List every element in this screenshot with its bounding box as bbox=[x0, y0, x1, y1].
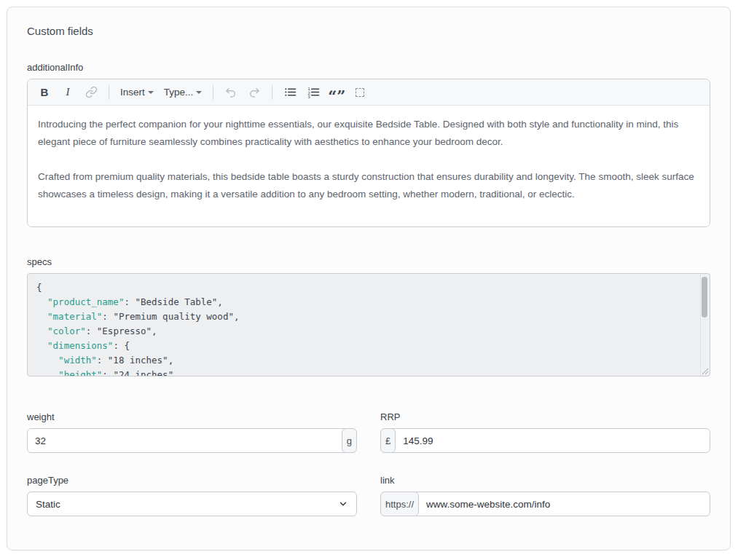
toolbar-separator bbox=[213, 85, 213, 100]
field-specs: specs { "product_name": "Bedside Table",… bbox=[27, 256, 710, 376]
field-rrp: RRP £ bbox=[380, 411, 710, 453]
row-weight-rrp: weight g RRP £ bbox=[27, 411, 710, 453]
insert-menu-label: Insert bbox=[120, 87, 145, 98]
specs-label: specs bbox=[27, 256, 710, 267]
link-button[interactable] bbox=[80, 82, 102, 103]
chevron-down-icon bbox=[148, 91, 154, 94]
page-type-select[interactable]: Static bbox=[27, 492, 357, 516]
bullet-list-icon bbox=[284, 86, 297, 98]
field-page-type: pageType Static bbox=[27, 475, 357, 516]
dashed-square-icon bbox=[356, 88, 364, 97]
redo-button[interactable] bbox=[243, 82, 265, 103]
specs-code-editor[interactable]: { "product_name": "Bedside Table", "mate… bbox=[27, 273, 710, 376]
numbered-list-button[interactable]: 1 2 3 bbox=[302, 82, 324, 103]
additional-info-label: additionalInfo bbox=[27, 62, 710, 73]
weight-label: weight bbox=[27, 411, 357, 422]
rte-toolbar: B I Insert Type... bbox=[28, 79, 710, 106]
field-link: link https:// bbox=[380, 475, 710, 516]
undo-icon bbox=[224, 86, 238, 99]
rrp-input[interactable] bbox=[390, 428, 710, 453]
weight-input-group: g bbox=[27, 428, 357, 453]
svg-text:3: 3 bbox=[307, 95, 310, 98]
undo-button[interactable] bbox=[220, 82, 242, 103]
weight-unit-addon: g bbox=[342, 428, 357, 453]
rrp-label: RRP bbox=[380, 411, 710, 422]
bold-button[interactable]: B bbox=[34, 82, 55, 103]
rrp-input-group: £ bbox=[380, 428, 710, 453]
field-weight: weight g bbox=[27, 411, 357, 453]
blockquote-button[interactable]: “” bbox=[326, 82, 348, 103]
rrp-currency-addon: £ bbox=[380, 428, 396, 453]
page-type-selected-value: Static bbox=[36, 499, 60, 510]
page-type-label: pageType bbox=[27, 475, 357, 486]
custom-fields-panel: Custom fields additionalInfo B I Insert bbox=[7, 7, 731, 551]
numbered-list-icon: 1 2 3 bbox=[307, 86, 320, 98]
blockquote-icon: “” bbox=[328, 85, 345, 100]
weight-input[interactable] bbox=[27, 428, 347, 453]
scrollbar-track[interactable] bbox=[700, 275, 709, 375]
row-pagetype-link: pageType Static link https:// bbox=[27, 475, 710, 516]
link-input[interactable] bbox=[414, 492, 710, 516]
nonbreaking-space-button[interactable] bbox=[349, 82, 371, 103]
chevron-down-icon bbox=[338, 499, 348, 509]
link-protocol-addon: https:// bbox=[380, 492, 419, 516]
link-icon bbox=[85, 86, 98, 98]
rte-content-area[interactable]: Introducing the perfect companion for yo… bbox=[28, 106, 710, 226]
rte-paragraph: Introducing the perfect companion for yo… bbox=[38, 116, 699, 151]
redo-icon bbox=[248, 86, 261, 99]
type-menu-label: Type... bbox=[164, 87, 194, 98]
insert-menu-button[interactable]: Insert bbox=[116, 82, 158, 103]
panel-title: Custom fields bbox=[27, 25, 710, 37]
link-label: link bbox=[380, 475, 710, 486]
italic-button[interactable]: I bbox=[57, 82, 79, 103]
type-menu-button[interactable]: Type... bbox=[160, 82, 207, 103]
link-input-group: https:// bbox=[380, 492, 710, 516]
chevron-down-icon bbox=[196, 91, 202, 94]
toolbar-separator bbox=[272, 85, 272, 100]
bullet-list-button[interactable] bbox=[279, 82, 301, 103]
rte-paragraph: Crafted from premium quality materials, … bbox=[38, 168, 699, 203]
field-additional-info: additionalInfo B I Insert Type... bbox=[27, 62, 710, 227]
toolbar-separator bbox=[109, 85, 109, 100]
scrollbar-thumb[interactable] bbox=[702, 277, 707, 318]
specs-code-content: { "product_name": "Bedside Table", "mate… bbox=[28, 274, 710, 376]
rich-text-editor: B I Insert Type... bbox=[27, 79, 710, 227]
